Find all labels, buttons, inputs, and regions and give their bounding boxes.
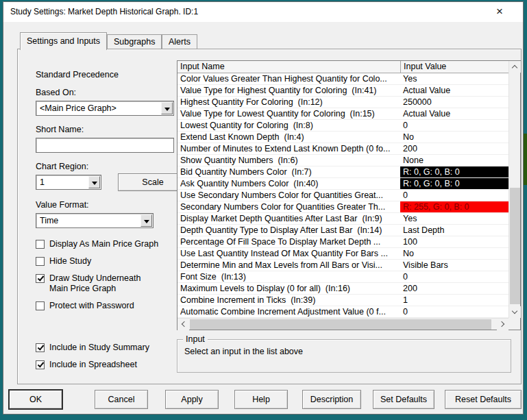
table-row[interactable]: Highest Quantity For Coloring (In:12)250… bbox=[177, 97, 508, 108]
checked-checkbox-icon[interactable] bbox=[36, 360, 45, 369]
checked-checkbox-icon[interactable] bbox=[36, 343, 45, 352]
input-name-cell[interactable]: Color Values Greater Than Highest Quanti… bbox=[177, 73, 400, 84]
table-row[interactable]: Color Values Greater Than Highest Quanti… bbox=[177, 73, 508, 85]
table-row[interactable]: Percentage Of Fill Space To Display Mark… bbox=[177, 236, 508, 248]
input-value-cell[interactable]: 250000 bbox=[400, 97, 508, 108]
input-name-cell[interactable]: Bid Quantity Numbers Color (In:7) bbox=[177, 166, 400, 177]
unchecked-checkbox-icon[interactable] bbox=[36, 257, 45, 266]
vertical-scrollbar[interactable] bbox=[508, 61, 520, 318]
apply-button[interactable]: Apply bbox=[165, 390, 219, 409]
input-value-cell[interactable]: 0 bbox=[400, 120, 508, 131]
input-name-cell[interactable]: Percentage Of Fill Space To Display Mark… bbox=[177, 236, 400, 247]
table-row[interactable]: Number of Minutes to Extend Last Known D… bbox=[177, 143, 508, 155]
table-row[interactable]: Bid Quantity Numbers Color (In:7)R: 0, G… bbox=[177, 166, 508, 178]
table-row[interactable]: Determine Min and Max Levels from All Ba… bbox=[177, 260, 508, 271]
input-name-cell[interactable]: Ask Quantity Numbers Color (In:40) bbox=[177, 178, 400, 189]
table-row[interactable]: Ask Quantity Numbers Color (In:40)R: 0, … bbox=[177, 178, 508, 190]
input-value-cell[interactable]: Visible Bars bbox=[400, 260, 508, 271]
input-name-cell[interactable]: Value Type for Lowest Quantity for Color… bbox=[177, 108, 400, 119]
table-row[interactable]: Display Market Depth Quantities After La… bbox=[177, 213, 508, 225]
table-row[interactable]: Value Type for Lowest Quantity for Color… bbox=[177, 108, 508, 120]
horizontal-scrollbar[interactable] bbox=[177, 318, 508, 330]
value-format-select[interactable]: Time bbox=[36, 213, 154, 228]
checkbox-hide-study[interactable]: Hide Study bbox=[36, 256, 189, 267]
chart-region-select[interactable]: 1 bbox=[36, 175, 101, 190]
column-header-input-value[interactable]: Input Value bbox=[400, 61, 508, 73]
input-value-color-swatch[interactable]: R: 0, G: 0, B: 0 bbox=[400, 178, 508, 189]
input-name-cell[interactable]: Determine Min and Max Levels from All Ba… bbox=[177, 260, 400, 271]
table-row[interactable]: Depth Quantity Type to Display After Las… bbox=[177, 225, 508, 236]
table-row[interactable]: Font Size (In:13)0 bbox=[177, 271, 508, 283]
input-value-cell[interactable]: No bbox=[400, 248, 508, 259]
checkbox-include-in-spreadsheet[interactable]: Include in Spreadsheet bbox=[36, 360, 149, 370]
input-value-cell[interactable]: 0 bbox=[400, 306, 508, 317]
input-value-cell[interactable]: Actual Value bbox=[400, 85, 508, 96]
dropdown-arrow-icon[interactable] bbox=[161, 102, 173, 114]
tab-subgraphs[interactable]: Subgraphs bbox=[107, 34, 162, 49]
input-value-cell[interactable]: Actual Value bbox=[400, 108, 508, 119]
table-row[interactable]: Use Secondary Numbers Color for Quantiti… bbox=[177, 190, 508, 201]
scroll-right-icon[interactable] bbox=[497, 319, 508, 330]
input-value-cell[interactable]: 1 bbox=[400, 295, 508, 306]
description-button[interactable]: Description bbox=[302, 390, 361, 409]
based-on-select[interactable]: <Main Price Graph> bbox=[36, 101, 174, 116]
input-value-cell[interactable]: 200 bbox=[400, 143, 508, 154]
input-name-cell[interactable]: Maximum Levels to Display (0 for all) (I… bbox=[177, 283, 400, 294]
input-name-cell[interactable]: Highest Quantity For Coloring (In:12) bbox=[177, 97, 400, 108]
input-value-cell[interactable]: 100 bbox=[400, 236, 508, 247]
checkbox-draw-study-underneath-main-price-graph[interactable]: Draw Study Underneath Main Price Graph bbox=[36, 273, 189, 294]
input-name-cell[interactable]: Font Size (In:13) bbox=[177, 271, 400, 282]
input-value-cell[interactable]: No bbox=[400, 132, 508, 143]
dropdown-arrow-icon[interactable] bbox=[88, 176, 100, 188]
checked-checkbox-icon[interactable] bbox=[36, 274, 45, 283]
table-row[interactable]: Automatic Combine Increment Adjustment V… bbox=[177, 306, 508, 318]
scroll-up-icon[interactable] bbox=[509, 61, 521, 73]
input-value-color-swatch[interactable]: R: 0, G: 0, B: 0 bbox=[400, 166, 508, 177]
table-row[interactable]: Combine Increment in Ticks (In:39)1 bbox=[177, 295, 508, 306]
table-row[interactable]: Value Type for Highest Quantity for Colo… bbox=[177, 85, 508, 97]
input-value-cell[interactable]: Last Depth bbox=[400, 225, 508, 236]
input-value-cell[interactable]: Yes bbox=[400, 213, 508, 224]
input-name-cell[interactable]: Value Type for Highest Quantity for Colo… bbox=[177, 85, 400, 96]
input-name-cell[interactable]: Depth Quantity Type to Display After Las… bbox=[177, 225, 400, 236]
help-button[interactable]: Help bbox=[234, 390, 288, 409]
table-row[interactable]: Lowest Quantity for Coloring (In:8)0 bbox=[177, 120, 508, 132]
input-name-cell[interactable]: Combine Increment in Ticks (In:39) bbox=[177, 295, 400, 306]
scroll-left-icon[interactable] bbox=[177, 319, 189, 330]
input-value-cell[interactable]: 0 bbox=[400, 190, 508, 201]
input-value-cell[interactable]: None bbox=[400, 155, 508, 166]
short-name-input[interactable] bbox=[36, 138, 174, 153]
close-icon[interactable]: × bbox=[489, 2, 511, 22]
reset-defaults-button[interactable]: Reset Defaults bbox=[445, 390, 522, 409]
input-name-cell[interactable]: Extend Last Known Depth (In:4) bbox=[177, 132, 400, 143]
table-row[interactable]: Use Last Quantity Instead Of Max Quantit… bbox=[177, 248, 508, 260]
table-row[interactable]: Show Quantity Numbers (In:6)None bbox=[177, 155, 508, 166]
table-row[interactable]: Secondary Numbers Color for Quantities G… bbox=[177, 201, 508, 213]
checkbox-include-in-study-summary[interactable]: Include in Study Summary bbox=[36, 343, 149, 353]
input-value-color-swatch[interactable]: R: 255, G: 0, B: 0 bbox=[400, 201, 508, 212]
input-name-cell[interactable]: Secondary Numbers Color for Quantities G… bbox=[177, 201, 400, 212]
set-defaults-button[interactable]: Set Defaults bbox=[373, 390, 434, 409]
input-name-cell[interactable]: Use Last Quantity Instead Of Max Quantit… bbox=[177, 248, 400, 259]
checkbox-display-as-main-price-graph[interactable]: Display As Main Price Graph bbox=[36, 239, 189, 249]
input-value-cell[interactable]: 0 bbox=[400, 271, 508, 282]
tab-settings-and-inputs[interactable]: Settings and Inputs bbox=[20, 32, 107, 50]
table-row[interactable]: Extend Last Known Depth (In:4)No bbox=[177, 132, 508, 143]
cancel-button[interactable]: Cancel bbox=[95, 390, 148, 409]
input-name-cell[interactable]: Use Secondary Numbers Color for Quantiti… bbox=[177, 190, 400, 201]
vertical-scrollbar-thumb[interactable] bbox=[510, 188, 520, 304]
input-name-cell[interactable]: Automatic Combine Increment Adjustment V… bbox=[177, 306, 400, 317]
input-name-cell[interactable]: Number of Minutes to Extend Last Known D… bbox=[177, 143, 400, 154]
horizontal-scrollbar-thumb[interactable] bbox=[190, 319, 491, 330]
dropdown-arrow-icon[interactable] bbox=[140, 214, 152, 227]
input-value-cell[interactable]: Yes bbox=[400, 73, 508, 84]
checkbox-protect-with-password[interactable]: Protect with Password bbox=[36, 301, 189, 311]
ok-button[interactable]: OK bbox=[9, 390, 62, 409]
input-name-cell[interactable]: Show Quantity Numbers (In:6) bbox=[177, 155, 400, 166]
input-name-cell[interactable]: Display Market Depth Quantities After La… bbox=[177, 213, 400, 224]
input-value-cell[interactable]: 200 bbox=[400, 283, 508, 294]
unchecked-checkbox-icon[interactable] bbox=[36, 301, 45, 310]
tab-alerts[interactable]: Alerts bbox=[162, 34, 197, 49]
table-row[interactable]: Maximum Levels to Display (0 for all) (I… bbox=[177, 283, 508, 295]
column-header-input-name[interactable]: Input Name bbox=[177, 61, 400, 73]
